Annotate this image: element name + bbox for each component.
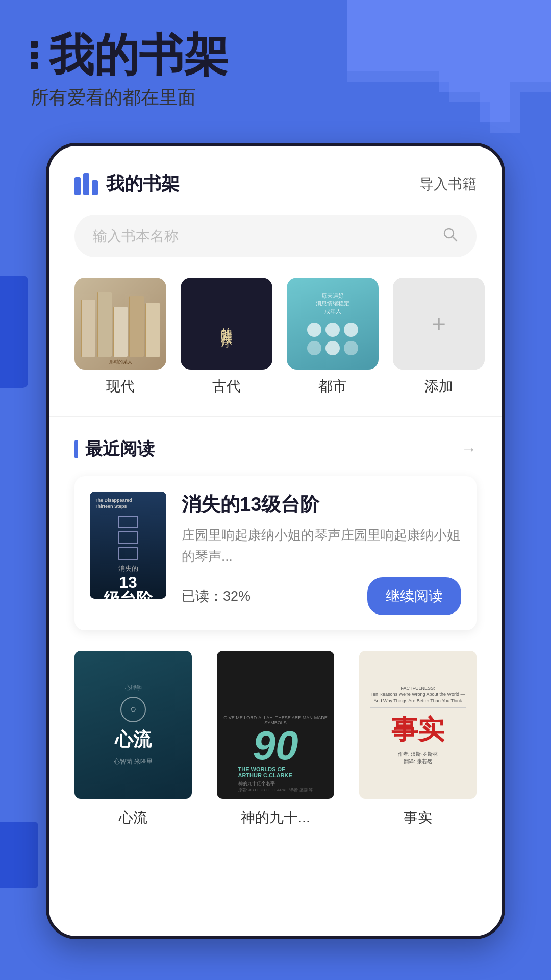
category-ancient-label: 古代: [212, 377, 241, 396]
category-modern[interactable]: 那时的某人 现代: [74, 278, 166, 396]
category-ancient[interactable]: 的時間秩序 古代: [181, 278, 272, 396]
featured-book-desc: 庄园里响起康纳小姐的琴声庄园里响起康纳小姐的琴声...: [182, 525, 461, 567]
featured-book-title: 消失的13级台阶: [182, 492, 461, 518]
books-grid: 心理学 心流 心智菌 米哈里 心流 GIVE ME LORD-ALLAH: TH…: [74, 651, 477, 827]
featured-book-info: 消失的13级台阶 庄园里响起康纳小姐的琴声庄园里响起康纳小姐的琴声... 已读：…: [182, 492, 461, 615]
category-add[interactable]: + 添加: [393, 278, 485, 396]
continue-reading-button[interactable]: 继续阅读: [367, 577, 461, 615]
topbar-title: 我的书架: [106, 172, 180, 197]
page-header: 我的书架 所有爱看的都在里面: [31, 31, 229, 110]
progress-text: 已读：32%: [182, 587, 251, 605]
progress-label: 已读：: [182, 589, 223, 604]
section-divider: [49, 416, 502, 417]
recent-section-header: 最近阅读 →: [74, 437, 477, 461]
featured-book-card: The DisappearedThirteen Steps 消失的 13级台阶 …: [74, 476, 477, 630]
recent-section-title: 最近阅读: [85, 437, 155, 461]
book-label-xinliu: 心流: [119, 808, 147, 827]
category-urban-label: 都市: [318, 377, 347, 396]
search-placeholder: 输入书本名称: [93, 227, 179, 246]
more-arrow-icon[interactable]: →: [461, 440, 477, 458]
import-button[interactable]: 导入书籍: [419, 175, 477, 194]
svg-line-3: [453, 237, 457, 241]
ancient-cover-text: 的時間秩序: [221, 318, 232, 329]
book-item-xinliu[interactable]: 心理学 心流 心智菌 米哈里 心流: [74, 651, 192, 827]
section-bar: [74, 440, 78, 458]
phone-frame: 我的书架 导入书籍 输入书本名称: [46, 143, 505, 939]
disappeared-en-title: The DisappearedThirteen Steps: [95, 498, 161, 509]
category-add-label: 添加: [424, 377, 453, 396]
category-urban[interactable]: 每天遇好消息情绪稳定成年人 都市: [287, 278, 379, 396]
book-cover-arthur: GIVE ME LORD-ALLAH: THESE ARE MAN-MADE S…: [217, 651, 334, 799]
bookshelf-icon: [74, 173, 98, 195]
featured-book-footer: 已读：32% 继续阅读: [182, 577, 461, 615]
featured-book-cover: The DisappearedThirteen Steps 消失的 13级台阶 …: [90, 492, 166, 599]
book-cover-factfulness: FACTFULNESS:Ten Reasons We're Wrong Abou…: [359, 651, 477, 799]
add-icon: +: [432, 310, 446, 338]
page-subtitle: 所有爱看的都在里面: [31, 85, 229, 110]
category-modern-label: 现代: [106, 377, 135, 396]
book-label-factfulness: 事实: [404, 808, 432, 827]
topbar-left: 我的书架: [74, 172, 180, 197]
book-item-factfulness[interactable]: FACTFULNESS:Ten Reasons We're Wrong Abou…: [359, 651, 477, 827]
categories-row: 那时的某人 现代 的時間秩序 古代 每天遇好消息情绪稳定成年人: [74, 278, 477, 396]
phone-topbar: 我的书架 导入书籍: [74, 172, 477, 197]
progress-value: 32%: [223, 589, 251, 604]
page-title: 我的书架: [49, 31, 229, 80]
search-bar[interactable]: 输入书本名称: [74, 215, 477, 257]
book-cover-xinliu: 心理学 心流 心智菌 米哈里: [74, 651, 192, 799]
disappeared-diamonds: [95, 516, 161, 560]
search-icon: [442, 226, 458, 246]
book-label-arthur: 神的九十...: [241, 808, 310, 827]
book-item-arthur[interactable]: GIVE ME LORD-ALLAH: THESE ARE MAN-MADE S…: [217, 651, 334, 827]
